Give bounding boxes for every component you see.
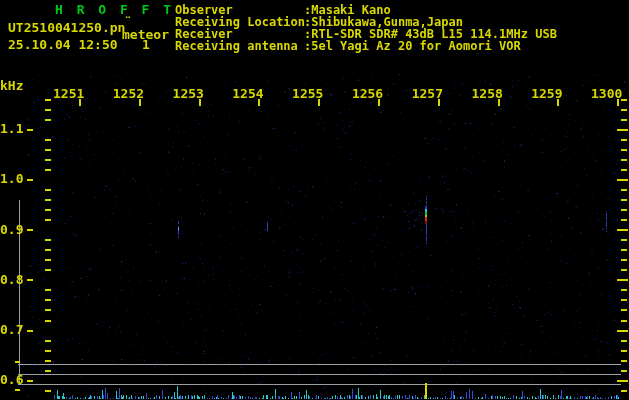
freq-tick-minor-right (621, 370, 627, 372)
freq-tick-minor (45, 219, 51, 221)
strip-tick (15, 389, 20, 391)
time-tick (199, 99, 201, 106)
freq-tick-minor-right (621, 269, 627, 271)
freq-tick-major (27, 179, 33, 181)
freq-tick-minor-right (621, 159, 627, 161)
freq-tick-minor-right (621, 109, 627, 111)
freq-tick-minor (45, 189, 51, 191)
freq-tick-minor-right (621, 259, 627, 261)
freq-tick-minor (45, 169, 51, 171)
freq-tick-minor (45, 309, 51, 311)
freq-tick-major (27, 330, 33, 332)
freq-tick-minor-right (621, 199, 627, 201)
freq-tick-minor-right (621, 350, 627, 352)
freq-tick-minor-right (621, 309, 627, 311)
freq-tick-minor-right (621, 289, 627, 291)
app-title: H R O F F T (55, 3, 174, 16)
freq-tick-minor (45, 149, 51, 151)
freq-tick-minor (45, 209, 51, 211)
freq-tick-major (27, 380, 33, 382)
freq-tick-minor-right (621, 219, 627, 221)
time-tick (438, 99, 440, 106)
output-filename: UT2510041250.pn (8, 21, 125, 34)
freq-tick-major-right (617, 330, 628, 332)
freq-tick-major-right (617, 179, 628, 181)
freq-tick-major-right (617, 279, 628, 281)
freq-tick-minor (45, 350, 51, 352)
freq-tick-minor (45, 119, 51, 121)
time-tick (498, 99, 500, 106)
freq-label: 1.0 (0, 172, 23, 185)
freq-tick-minor-right (621, 340, 627, 342)
time-tick (617, 99, 619, 106)
freq-tick-minor-right (621, 299, 627, 301)
freq-tick-minor (45, 249, 51, 251)
freq-tick-minor (45, 199, 51, 201)
freq-tick-minor (45, 159, 51, 161)
hrofft-screen: H R O F F T UT2510041250.pn ¨ meteor 25.… (0, 0, 629, 400)
time-tick (557, 99, 559, 106)
freq-label: 0.7 (0, 323, 23, 336)
freq-tick-minor (45, 139, 51, 141)
freq-tick-minor (45, 340, 51, 342)
freq-unit-label: kHz (0, 79, 23, 92)
freq-label: 0.6 (0, 373, 23, 386)
freq-tick-minor-right (621, 390, 627, 392)
freq-tick-minor (45, 320, 51, 322)
time-tick (79, 99, 81, 106)
freq-tick-minor-right (621, 360, 627, 362)
strip-tick (15, 361, 20, 363)
freq-tick-minor (45, 289, 51, 291)
info-label-antenna: Receiving antenna (175, 40, 298, 52)
freq-tick-major-right (617, 129, 628, 131)
freq-tick-minor-right (621, 169, 627, 171)
freq-tick-minor-right (621, 139, 627, 141)
freq-tick-minor (45, 299, 51, 301)
freq-tick-minor-right (621, 209, 627, 211)
freq-label: 0.8 (0, 273, 23, 286)
freq-tick-minor-right (621, 119, 627, 121)
time-tick (318, 99, 320, 106)
freq-tick-major (27, 229, 33, 231)
freq-tick-minor-right (621, 249, 627, 251)
freq-tick-minor (45, 109, 51, 111)
info-value-antenna: :5el Yagi Az 20 for Aomori VOR (304, 40, 521, 52)
freq-tick-major (27, 129, 33, 131)
freq-tick-minor-right (621, 320, 627, 322)
freq-tick-minor-right (621, 149, 627, 151)
time-tick (258, 99, 260, 106)
datetime-label: 25.10.04 12:50 (8, 38, 118, 51)
freq-tick-minor (45, 269, 51, 271)
spectrogram-canvas (0, 0, 629, 400)
freq-tick-minor-right (621, 189, 627, 191)
freq-tick-minor (45, 390, 51, 392)
freq-tick-minor (45, 239, 51, 241)
time-tick (378, 99, 380, 106)
time-tick (139, 99, 141, 106)
freq-tick-minor (45, 99, 51, 101)
freq-tick-major-right (617, 229, 628, 231)
freq-tick-minor-right (621, 239, 627, 241)
echo-counter: 1 (142, 38, 150, 51)
freq-label: 0.9 (0, 223, 23, 236)
freq-tick-minor (45, 360, 51, 362)
freq-tick-minor-right (621, 99, 627, 101)
freq-tick-major (27, 279, 33, 281)
freq-label: 1.1 (0, 122, 23, 135)
freq-tick-minor (45, 259, 51, 261)
freq-tick-minor (45, 370, 51, 372)
freq-tick-major-right (617, 380, 628, 382)
